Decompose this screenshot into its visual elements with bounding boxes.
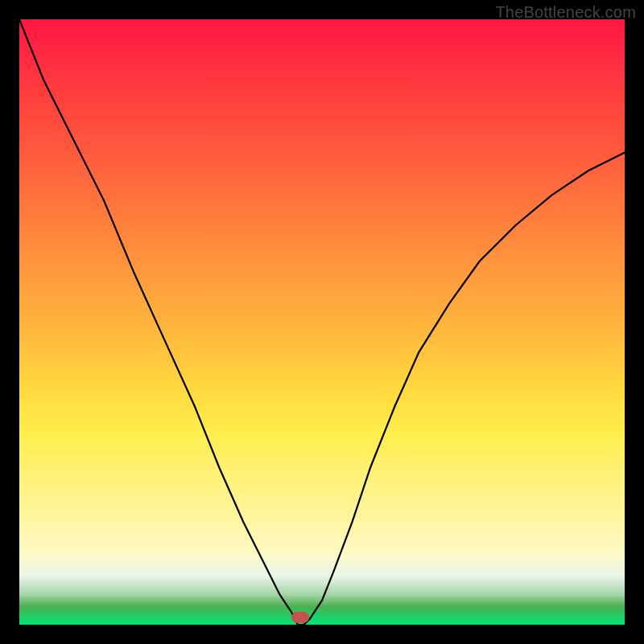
optimal-point-marker bbox=[291, 612, 309, 623]
chart-plot-area bbox=[19, 19, 625, 625]
watermark-text: TheBottleneck.com bbox=[495, 3, 636, 22]
